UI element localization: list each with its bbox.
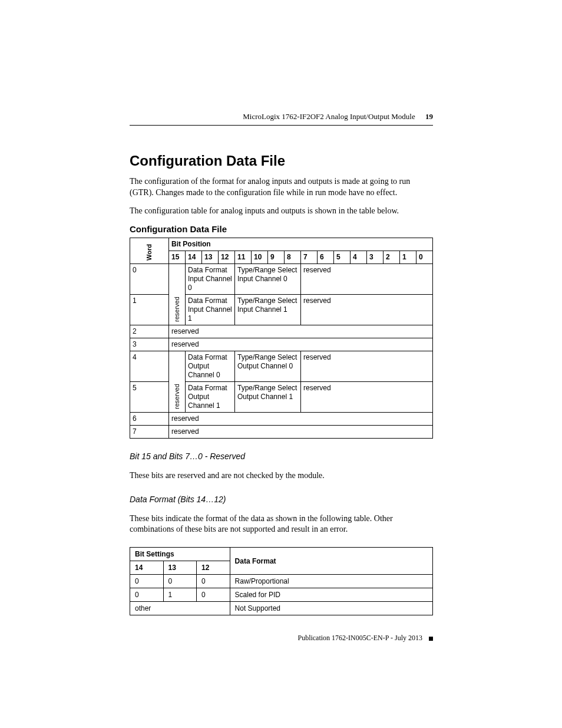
publication-info: Publication 1762-IN005C-EN-P - July 2013 — [297, 634, 422, 642]
reserved-cell: reserved — [169, 412, 433, 425]
word-cell: 1 — [130, 294, 169, 325]
subsection-body-data-format: These bits indicate the format of the da… — [130, 513, 433, 536]
bit-13-header: 13 — [163, 561, 197, 575]
bit-12-header: 12 — [197, 561, 230, 575]
table-row: 6 reserved — [130, 412, 433, 425]
word-header: Word — [130, 238, 169, 263]
bit-0: 0 — [416, 251, 433, 263]
word-cell: 4 — [130, 351, 169, 381]
bit-1: 1 — [400, 251, 416, 263]
subsection-title-data-format: Data Format (Bits 14…12) — [130, 495, 433, 504]
running-header-title: MicroLogix 1762-IF2OF2 Analog Input/Outp… — [243, 112, 415, 121]
format-cell: Raw/Proportional — [230, 575, 432, 588]
reserved-cell: reserved — [169, 351, 186, 412]
bit-cell: 1 — [163, 588, 197, 602]
table-row: 0 0 0 Raw/Proportional — [130, 575, 433, 588]
table-row: 2 reserved — [130, 325, 433, 338]
bit-14: 14 — [186, 251, 202, 263]
bit-cell: 0 — [130, 588, 164, 602]
intro-paragraph-2: The configuration table for analog input… — [130, 206, 433, 217]
bit-cell: 0 — [130, 575, 164, 588]
running-header: MicroLogix 1762-IF2OF2 Analog Input/Outp… — [130, 112, 433, 121]
bit-cell: 0 — [197, 575, 230, 588]
table-header-row-2: 15 14 13 12 11 10 9 8 7 6 5 4 3 2 1 0 — [130, 251, 433, 263]
page-footer: Publication 1762-IN005C-EN-P - July 2013 — [130, 634, 433, 643]
page-title: Configuration Data File — [130, 153, 433, 169]
type-range-cell: Type/Range Select Input Channel 0 — [235, 263, 301, 294]
bit-4: 4 — [351, 251, 367, 263]
word-cell: 2 — [130, 325, 169, 338]
table-row: 3 reserved — [130, 338, 433, 351]
subsection-title-reserved: Bit 15 and Bits 7…0 - Reserved — [130, 452, 433, 461]
format-cell: Scaled for PID — [230, 588, 432, 602]
reserved-cell: reserved — [301, 351, 433, 381]
bit-cell: 0 — [163, 575, 197, 588]
bit-10: 10 — [252, 251, 268, 263]
footer-mark-icon — [429, 637, 433, 641]
header-rule — [130, 125, 433, 126]
reserved-cell: reserved — [169, 325, 433, 338]
table-title: Configuration Data File — [130, 224, 433, 234]
bit-5: 5 — [334, 251, 351, 263]
reserved-cell: reserved — [169, 425, 433, 438]
bit-settings-header: Bit Settings — [130, 548, 230, 561]
reserved-cell: reserved — [169, 263, 186, 325]
bit-11: 11 — [235, 251, 252, 263]
word-cell: 0 — [130, 263, 169, 294]
page-number: 19 — [425, 112, 433, 121]
bit-15: 15 — [169, 251, 186, 263]
bit-13: 13 — [202, 251, 219, 263]
data-format-cell: Data Format Input Channel 1 — [186, 294, 235, 325]
type-range-cell: Type/Range Select Input Channel 1 — [235, 294, 301, 325]
format-cell: Not Supported — [230, 602, 432, 615]
bit-12: 12 — [219, 251, 235, 263]
table-row: 0 1 0 Scaled for PID — [130, 588, 433, 602]
subsection-body-reserved: These bits are reserved and are not chec… — [130, 470, 433, 482]
bit-2: 2 — [384, 251, 400, 263]
table-header-row-1: Word Bit Position — [130, 238, 433, 251]
bit-7: 7 — [301, 251, 318, 263]
bit-3: 3 — [367, 251, 384, 263]
bit-8: 8 — [285, 251, 301, 263]
data-format-cell: Data Format Input Channel 0 — [186, 263, 235, 294]
bit-cell: 0 — [197, 588, 230, 602]
bit-9: 9 — [268, 251, 285, 263]
reserved-cell: reserved — [301, 294, 433, 325]
data-format-header: Data Format — [230, 548, 432, 575]
bit-position-header: Bit Position — [169, 238, 433, 251]
reserved-cell: reserved — [301, 381, 433, 412]
word-cell: 3 — [130, 338, 169, 351]
intro-paragraph-1: The configuration of the format for anal… — [130, 176, 433, 199]
word-cell: 6 — [130, 412, 169, 425]
data-format-cell: Data Format Output Channel 0 — [186, 351, 235, 381]
other-cell: other — [130, 602, 230, 615]
table-header-row-1: Bit Settings Data Format — [130, 548, 433, 561]
bit-6: 6 — [318, 251, 334, 263]
reserved-cell: reserved — [169, 338, 433, 351]
table-row: other Not Supported — [130, 602, 433, 615]
configuration-table: Word Bit Position 15 14 13 12 11 10 9 8 … — [130, 238, 433, 439]
bit-14-header: 14 — [130, 561, 164, 575]
table-row: 0 reserved Data Format Input Channel 0 T… — [130, 263, 433, 294]
table-row: 7 reserved — [130, 425, 433, 438]
table-row: 4 reserved Data Format Output Channel 0 … — [130, 351, 433, 381]
word-cell: 7 — [130, 425, 169, 438]
data-format-table: Bit Settings Data Format 14 13 12 0 0 0 … — [130, 547, 433, 615]
data-format-cell: Data Format Output Channel 1 — [186, 381, 235, 412]
reserved-cell: reserved — [301, 263, 433, 294]
type-range-cell: Type/Range Select Output Channel 0 — [235, 351, 301, 381]
word-cell: 5 — [130, 381, 169, 412]
page-content: MicroLogix 1762-IF2OF2 Analog Input/Outp… — [130, 112, 433, 615]
type-range-cell: Type/Range Select Output Channel 1 — [235, 381, 301, 412]
